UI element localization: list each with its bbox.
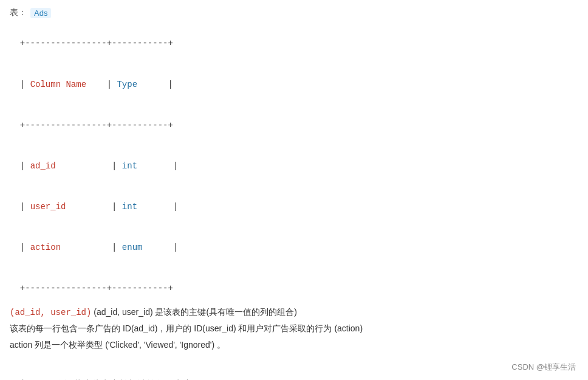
table-border-bottom: +----------------+-----------+ (20, 283, 173, 293)
footer: CSDN @锂享生活 (511, 362, 576, 373)
table-name-tag: Ads (30, 8, 51, 18)
table-border-mid: +----------------+-----------+ (20, 120, 173, 130)
table-label-prefix: 表： (10, 7, 27, 18)
table-header: | Column Name | Type | (20, 80, 173, 89)
desc-line2: 该表的每一行包含一条广告的 ID(ad_id)，用户的 ID(user_id) … (10, 320, 578, 337)
footer-text: CSDN @锂享生活 (511, 362, 576, 371)
desc-line1: (ad_id, user_id) (ad_id, user_id) 是该表的主键… (10, 304, 578, 321)
table-row-user_id: | user_id | int | (20, 202, 178, 212)
table-border-top: +----------------+-----------+ (20, 38, 173, 48)
db-table: +----------------+-----------+ | Column … (10, 23, 578, 295)
description-block: (ad_id, user_id) (ad_id, user_id) 是该表的主键… (10, 304, 578, 353)
table-row-action: | action | enum | (20, 243, 178, 252)
table-row-ad_id: | ad_id | int | (20, 161, 178, 171)
desc-line3: action 列是一个枚举类型 ('Clicked', 'Viewed', 'I… (10, 337, 578, 353)
table-label: 表： Ads (10, 7, 578, 18)
